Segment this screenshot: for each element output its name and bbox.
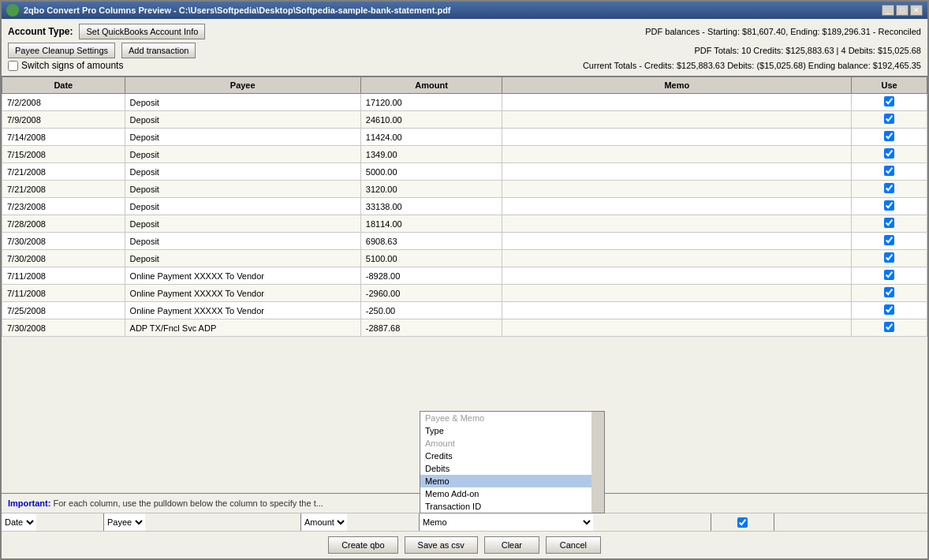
dropdown-item-credits[interactable]: Credits xyxy=(420,450,604,462)
cell-date: 7/30/2008 xyxy=(2,233,125,250)
payee-select[interactable]: Payee xyxy=(104,513,145,531)
use-checkbox[interactable] xyxy=(884,148,894,159)
cell-payee: Deposit xyxy=(125,250,360,267)
cell-date: 7/23/2008 xyxy=(2,198,125,215)
cell-use xyxy=(852,163,927,181)
window-icon xyxy=(6,4,19,17)
cell-payee: Deposit xyxy=(125,111,360,129)
table-row: 7/11/2008Online Payment XXXXX To Vendor-… xyxy=(2,285,927,302)
set-qb-button[interactable]: Set QuickBooks Account Info xyxy=(79,24,205,39)
action-buttons-row: Create qbo Save as csv Clear Cancel xyxy=(2,531,927,558)
table-row: 7/21/2008Deposit5000.00 xyxy=(2,163,927,181)
dropdown-scrollbar[interactable] xyxy=(591,412,604,513)
cell-amount: 5000.00 xyxy=(360,163,502,181)
cell-payee: Online Payment XXXXX To Vendor xyxy=(125,285,360,302)
close-button[interactable]: ✕ xyxy=(910,5,923,16)
header-date: Date xyxy=(2,77,125,94)
date-column-dropdown[interactable]: Date xyxy=(2,513,104,531)
cell-date: 7/9/2008 xyxy=(2,111,125,129)
use-checkbox[interactable] xyxy=(884,322,894,332)
create-qbo-button[interactable]: Create qbo xyxy=(328,536,397,554)
cell-memo xyxy=(502,302,852,319)
use-column-dropdown[interactable] xyxy=(711,513,774,531)
table-row: 7/30/2008Deposit6908.63 xyxy=(2,233,927,250)
use-checkbox[interactable] xyxy=(884,218,894,228)
dropdown-item-type[interactable]: Type xyxy=(420,424,604,437)
cell-amount: 3120.00 xyxy=(360,181,502,198)
use-checkbox[interactable] xyxy=(884,270,894,280)
cell-memo xyxy=(502,163,852,181)
cell-payee: Deposit xyxy=(125,146,360,163)
memo-dropdown-list: Payee & Memo Type Amount Credits Debits … xyxy=(420,411,605,513)
cell-memo xyxy=(502,111,852,129)
pdf-balances-text: PDF balances - Starting: $81,607.40, End… xyxy=(645,27,921,36)
cell-use xyxy=(852,111,927,129)
table-row: 7/30/2008ADP TX/Fncl Svc ADP-2887.68 xyxy=(2,319,927,337)
use-checkbox[interactable] xyxy=(884,287,894,297)
dropdown-item-memo-addon[interactable]: Memo Add-on xyxy=(420,487,604,500)
minimize-button[interactable]: _ xyxy=(882,5,894,16)
important-message: For each column, use the pulldown below … xyxy=(53,498,323,508)
cell-date: 7/14/2008 xyxy=(2,129,125,146)
cell-payee: Deposit xyxy=(125,163,360,181)
clear-button[interactable]: Clear xyxy=(484,536,539,554)
cell-amount: 6908.63 xyxy=(360,233,502,250)
table-row: 7/30/2008Deposit5100.00 xyxy=(2,250,927,267)
use-all-checkbox[interactable] xyxy=(737,517,748,528)
use-checkbox[interactable] xyxy=(884,96,894,106)
cell-memo xyxy=(502,198,852,215)
header-use: Use xyxy=(852,77,927,94)
table-row: 7/28/2008Deposit18114.00 xyxy=(2,215,927,233)
use-checkbox[interactable] xyxy=(884,166,894,176)
use-checkbox[interactable] xyxy=(884,252,894,263)
cell-date: 7/2/2008 xyxy=(2,94,125,111)
cell-amount: 33138.00 xyxy=(360,198,502,215)
dropdown-item-amount[interactable]: Amount xyxy=(420,437,604,450)
payee-cleanup-button[interactable]: Payee Cleanup Settings xyxy=(8,43,115,58)
dropdown-item-payee-memo[interactable]: Payee & Memo xyxy=(420,412,604,424)
cell-use xyxy=(852,94,927,111)
amount-column-dropdown[interactable]: Amount xyxy=(301,513,420,531)
table-row: 7/15/2008Deposit1349.00 xyxy=(2,146,927,163)
use-checkbox[interactable] xyxy=(884,200,894,211)
amount-select[interactable]: Amount xyxy=(301,513,347,531)
cell-memo xyxy=(502,146,852,163)
payee-column-dropdown[interactable]: Payee xyxy=(104,513,301,531)
cell-memo xyxy=(502,319,852,337)
maximize-button[interactable]: □ xyxy=(896,5,908,16)
cell-date: 7/21/2008 xyxy=(2,181,125,198)
switch-signs-checkbox[interactable] xyxy=(8,61,18,71)
current-totals-text: Current Totals - Credits: $125,883.63 De… xyxy=(583,61,921,70)
memo-column-dropdown[interactable]: Memo Payee & Memo Type Amount Credits De… xyxy=(420,513,711,531)
use-checkbox[interactable] xyxy=(884,304,894,315)
cell-payee: Deposit xyxy=(125,233,360,250)
cell-amount: 11424.00 xyxy=(360,129,502,146)
switch-signs-label: Switch signs of amounts xyxy=(21,60,123,71)
use-checkbox[interactable] xyxy=(884,114,894,124)
cell-payee: Deposit xyxy=(125,94,360,111)
dropdown-item-transaction-id[interactable]: Transaction ID xyxy=(420,500,604,513)
dropdown-item-memo[interactable]: Memo xyxy=(420,475,604,487)
memo-select[interactable]: Memo xyxy=(420,513,593,531)
title-bar: 2qbo Convert Pro Columns Preview - C:\Us… xyxy=(2,2,927,19)
cell-use xyxy=(852,215,927,233)
cell-date: 7/30/2008 xyxy=(2,319,125,337)
cell-use xyxy=(852,285,927,302)
cell-use xyxy=(852,129,927,146)
date-select[interactable]: Date xyxy=(2,513,36,531)
dropdown-item-debits[interactable]: Debits xyxy=(420,462,604,475)
cell-amount: -2887.68 xyxy=(360,319,502,337)
cell-payee: Online Payment XXXXX To Vendor xyxy=(125,302,360,319)
cell-date: 7/11/2008 xyxy=(2,285,125,302)
add-transaction-button[interactable]: Add transaction xyxy=(121,43,196,58)
header-amount: Amount xyxy=(360,77,502,94)
column-dropdowns-row: Date Payee Amount Memo xyxy=(2,513,927,531)
cell-memo xyxy=(502,285,852,302)
cell-amount: 17120.00 xyxy=(360,94,502,111)
use-checkbox[interactable] xyxy=(884,131,894,141)
use-checkbox[interactable] xyxy=(884,183,894,193)
cancel-button[interactable]: Cancel xyxy=(546,536,601,554)
cell-memo xyxy=(502,250,852,267)
save-csv-button[interactable]: Save as csv xyxy=(405,536,478,554)
use-checkbox[interactable] xyxy=(884,235,894,245)
